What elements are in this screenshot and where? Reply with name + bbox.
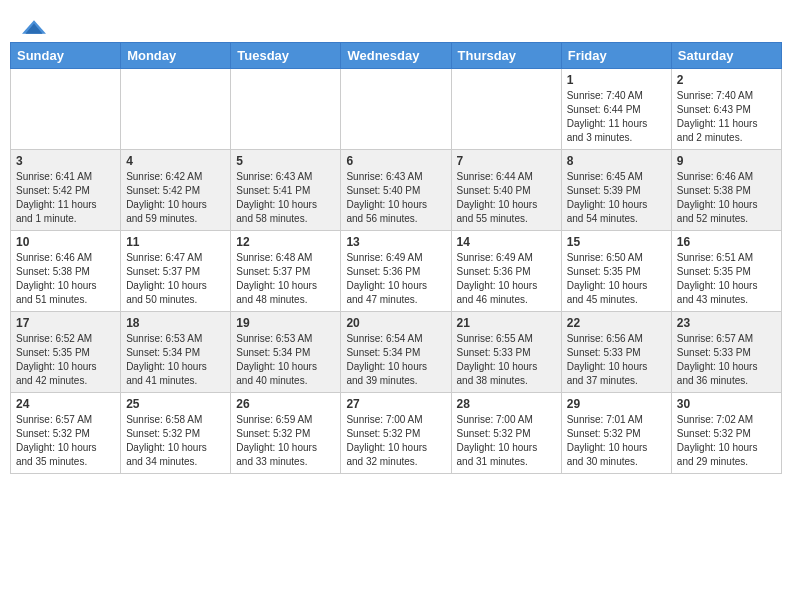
day-number: 4 bbox=[126, 154, 225, 168]
calendar-week-row: 24Sunrise: 6:57 AM Sunset: 5:32 PM Dayli… bbox=[11, 393, 782, 474]
day-info: Sunrise: 6:49 AM Sunset: 5:36 PM Dayligh… bbox=[346, 251, 445, 307]
day-info: Sunrise: 7:02 AM Sunset: 5:32 PM Dayligh… bbox=[677, 413, 776, 469]
day-number: 2 bbox=[677, 73, 776, 87]
calendar-day-8: 8Sunrise: 6:45 AM Sunset: 5:39 PM Daylig… bbox=[561, 150, 671, 231]
weekday-header-friday: Friday bbox=[561, 43, 671, 69]
calendar-day-13: 13Sunrise: 6:49 AM Sunset: 5:36 PM Dayli… bbox=[341, 231, 451, 312]
calendar-day-12: 12Sunrise: 6:48 AM Sunset: 5:37 PM Dayli… bbox=[231, 231, 341, 312]
day-number: 18 bbox=[126, 316, 225, 330]
day-info: Sunrise: 6:57 AM Sunset: 5:32 PM Dayligh… bbox=[16, 413, 115, 469]
day-number: 14 bbox=[457, 235, 556, 249]
calendar-day-2: 2Sunrise: 7:40 AM Sunset: 6:43 PM Daylig… bbox=[671, 69, 781, 150]
calendar-day-6: 6Sunrise: 6:43 AM Sunset: 5:40 PM Daylig… bbox=[341, 150, 451, 231]
calendar-day-24: 24Sunrise: 6:57 AM Sunset: 5:32 PM Dayli… bbox=[11, 393, 121, 474]
weekday-header-wednesday: Wednesday bbox=[341, 43, 451, 69]
calendar-empty-cell bbox=[121, 69, 231, 150]
calendar-week-row: 10Sunrise: 6:46 AM Sunset: 5:38 PM Dayli… bbox=[11, 231, 782, 312]
day-number: 23 bbox=[677, 316, 776, 330]
day-number: 24 bbox=[16, 397, 115, 411]
day-number: 28 bbox=[457, 397, 556, 411]
day-info: Sunrise: 6:58 AM Sunset: 5:32 PM Dayligh… bbox=[126, 413, 225, 469]
calendar-day-9: 9Sunrise: 6:46 AM Sunset: 5:38 PM Daylig… bbox=[671, 150, 781, 231]
logo-icon bbox=[22, 18, 46, 36]
day-info: Sunrise: 6:44 AM Sunset: 5:40 PM Dayligh… bbox=[457, 170, 556, 226]
day-info: Sunrise: 6:48 AM Sunset: 5:37 PM Dayligh… bbox=[236, 251, 335, 307]
day-info: Sunrise: 6:54 AM Sunset: 5:34 PM Dayligh… bbox=[346, 332, 445, 388]
day-number: 5 bbox=[236, 154, 335, 168]
day-info: Sunrise: 6:56 AM Sunset: 5:33 PM Dayligh… bbox=[567, 332, 666, 388]
calendar-day-16: 16Sunrise: 6:51 AM Sunset: 5:35 PM Dayli… bbox=[671, 231, 781, 312]
day-info: Sunrise: 6:43 AM Sunset: 5:41 PM Dayligh… bbox=[236, 170, 335, 226]
day-info: Sunrise: 6:47 AM Sunset: 5:37 PM Dayligh… bbox=[126, 251, 225, 307]
calendar-day-7: 7Sunrise: 6:44 AM Sunset: 5:40 PM Daylig… bbox=[451, 150, 561, 231]
day-number: 10 bbox=[16, 235, 115, 249]
calendar-day-27: 27Sunrise: 7:00 AM Sunset: 5:32 PM Dayli… bbox=[341, 393, 451, 474]
day-number: 25 bbox=[126, 397, 225, 411]
day-number: 19 bbox=[236, 316, 335, 330]
calendar-day-21: 21Sunrise: 6:55 AM Sunset: 5:33 PM Dayli… bbox=[451, 312, 561, 393]
day-number: 8 bbox=[567, 154, 666, 168]
calendar-day-23: 23Sunrise: 6:57 AM Sunset: 5:33 PM Dayli… bbox=[671, 312, 781, 393]
day-number: 29 bbox=[567, 397, 666, 411]
day-info: Sunrise: 7:01 AM Sunset: 5:32 PM Dayligh… bbox=[567, 413, 666, 469]
calendar-day-14: 14Sunrise: 6:49 AM Sunset: 5:36 PM Dayli… bbox=[451, 231, 561, 312]
calendar-empty-cell bbox=[451, 69, 561, 150]
calendar-day-10: 10Sunrise: 6:46 AM Sunset: 5:38 PM Dayli… bbox=[11, 231, 121, 312]
day-info: Sunrise: 6:49 AM Sunset: 5:36 PM Dayligh… bbox=[457, 251, 556, 307]
calendar-day-15: 15Sunrise: 6:50 AM Sunset: 5:35 PM Dayli… bbox=[561, 231, 671, 312]
day-number: 12 bbox=[236, 235, 335, 249]
weekday-header-saturday: Saturday bbox=[671, 43, 781, 69]
day-info: Sunrise: 6:50 AM Sunset: 5:35 PM Dayligh… bbox=[567, 251, 666, 307]
day-info: Sunrise: 6:57 AM Sunset: 5:33 PM Dayligh… bbox=[677, 332, 776, 388]
day-info: Sunrise: 6:51 AM Sunset: 5:35 PM Dayligh… bbox=[677, 251, 776, 307]
day-info: Sunrise: 7:00 AM Sunset: 5:32 PM Dayligh… bbox=[346, 413, 445, 469]
day-info: Sunrise: 6:46 AM Sunset: 5:38 PM Dayligh… bbox=[16, 251, 115, 307]
day-info: Sunrise: 6:41 AM Sunset: 5:42 PM Dayligh… bbox=[16, 170, 115, 226]
calendar-table: SundayMondayTuesdayWednesdayThursdayFrid… bbox=[10, 42, 782, 474]
calendar-day-30: 30Sunrise: 7:02 AM Sunset: 5:32 PM Dayli… bbox=[671, 393, 781, 474]
day-number: 15 bbox=[567, 235, 666, 249]
calendar-week-row: 17Sunrise: 6:52 AM Sunset: 5:35 PM Dayli… bbox=[11, 312, 782, 393]
day-info: Sunrise: 6:59 AM Sunset: 5:32 PM Dayligh… bbox=[236, 413, 335, 469]
day-number: 26 bbox=[236, 397, 335, 411]
calendar-day-29: 29Sunrise: 7:01 AM Sunset: 5:32 PM Dayli… bbox=[561, 393, 671, 474]
day-info: Sunrise: 6:53 AM Sunset: 5:34 PM Dayligh… bbox=[126, 332, 225, 388]
calendar-week-row: 1Sunrise: 7:40 AM Sunset: 6:44 PM Daylig… bbox=[11, 69, 782, 150]
day-info: Sunrise: 7:40 AM Sunset: 6:44 PM Dayligh… bbox=[567, 89, 666, 145]
calendar-day-1: 1Sunrise: 7:40 AM Sunset: 6:44 PM Daylig… bbox=[561, 69, 671, 150]
weekday-header-sunday: Sunday bbox=[11, 43, 121, 69]
day-info: Sunrise: 6:43 AM Sunset: 5:40 PM Dayligh… bbox=[346, 170, 445, 226]
calendar-day-17: 17Sunrise: 6:52 AM Sunset: 5:35 PM Dayli… bbox=[11, 312, 121, 393]
weekday-header-monday: Monday bbox=[121, 43, 231, 69]
calendar-empty-cell bbox=[11, 69, 121, 150]
day-number: 27 bbox=[346, 397, 445, 411]
weekday-header-row: SundayMondayTuesdayWednesdayThursdayFrid… bbox=[11, 43, 782, 69]
day-number: 9 bbox=[677, 154, 776, 168]
day-number: 16 bbox=[677, 235, 776, 249]
day-number: 30 bbox=[677, 397, 776, 411]
day-info: Sunrise: 7:40 AM Sunset: 6:43 PM Dayligh… bbox=[677, 89, 776, 145]
calendar-day-4: 4Sunrise: 6:42 AM Sunset: 5:42 PM Daylig… bbox=[121, 150, 231, 231]
calendar-day-25: 25Sunrise: 6:58 AM Sunset: 5:32 PM Dayli… bbox=[121, 393, 231, 474]
calendar-day-11: 11Sunrise: 6:47 AM Sunset: 5:37 PM Dayli… bbox=[121, 231, 231, 312]
day-info: Sunrise: 6:55 AM Sunset: 5:33 PM Dayligh… bbox=[457, 332, 556, 388]
day-number: 3 bbox=[16, 154, 115, 168]
day-info: Sunrise: 6:46 AM Sunset: 5:38 PM Dayligh… bbox=[677, 170, 776, 226]
calendar-empty-cell bbox=[231, 69, 341, 150]
day-info: Sunrise: 6:45 AM Sunset: 5:39 PM Dayligh… bbox=[567, 170, 666, 226]
calendar-week-row: 3Sunrise: 6:41 AM Sunset: 5:42 PM Daylig… bbox=[11, 150, 782, 231]
day-info: Sunrise: 7:00 AM Sunset: 5:32 PM Dayligh… bbox=[457, 413, 556, 469]
calendar-day-3: 3Sunrise: 6:41 AM Sunset: 5:42 PM Daylig… bbox=[11, 150, 121, 231]
day-number: 22 bbox=[567, 316, 666, 330]
day-number: 20 bbox=[346, 316, 445, 330]
weekday-header-tuesday: Tuesday bbox=[231, 43, 341, 69]
day-number: 13 bbox=[346, 235, 445, 249]
calendar-day-28: 28Sunrise: 7:00 AM Sunset: 5:32 PM Dayli… bbox=[451, 393, 561, 474]
day-number: 7 bbox=[457, 154, 556, 168]
calendar-day-22: 22Sunrise: 6:56 AM Sunset: 5:33 PM Dayli… bbox=[561, 312, 671, 393]
page-header bbox=[10, 10, 782, 36]
day-info: Sunrise: 6:52 AM Sunset: 5:35 PM Dayligh… bbox=[16, 332, 115, 388]
calendar-day-18: 18Sunrise: 6:53 AM Sunset: 5:34 PM Dayli… bbox=[121, 312, 231, 393]
calendar-day-26: 26Sunrise: 6:59 AM Sunset: 5:32 PM Dayli… bbox=[231, 393, 341, 474]
day-number: 1 bbox=[567, 73, 666, 87]
